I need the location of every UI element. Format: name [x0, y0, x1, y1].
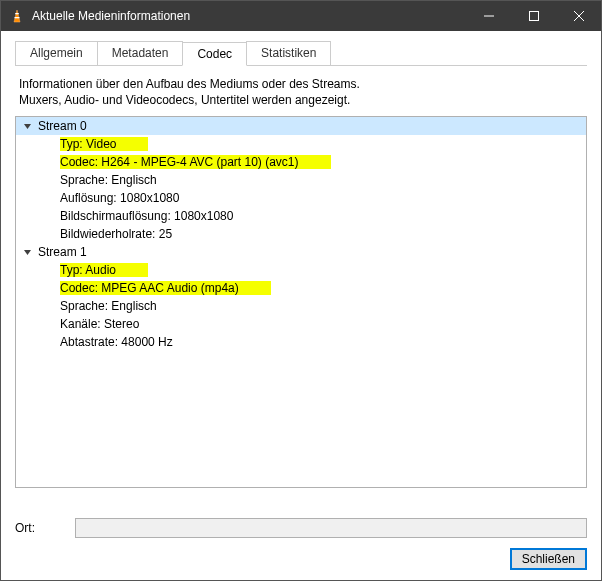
tab-separator: [15, 65, 587, 66]
stream-1-kanaele: Kanäle: Stereo: [16, 315, 586, 333]
window-controls: [466, 1, 601, 31]
stream-1-header[interactable]: Stream 1: [16, 243, 586, 261]
tab-statistics[interactable]: Statistiken: [246, 41, 331, 65]
stream-0-aufloesung: Auflösung: 1080x1080: [16, 189, 586, 207]
location-row: Ort:: [15, 518, 587, 538]
dialog-content: Allgemein Metadaten Codec Statistiken In…: [1, 31, 601, 496]
stream-0-header[interactable]: Stream 0: [16, 117, 586, 135]
location-label: Ort:: [15, 521, 75, 535]
codec-tree[interactable]: Stream 0 Typ: Video Codec: H264 - MPEG-4…: [15, 116, 587, 488]
stream-0-rate: Bildwiederholrate: 25: [16, 225, 586, 243]
svg-marker-0: [14, 10, 20, 22]
description-text: Informationen über den Aufbau des Medium…: [15, 66, 587, 116]
stream-0-label: Stream 0: [36, 119, 87, 133]
stream-1-abtast: Abtastrate: 48000 Hz: [16, 333, 586, 351]
titlebar: Aktuelle Medieninformationen: [1, 1, 601, 31]
close-window-button[interactable]: [556, 1, 601, 31]
svg-rect-1: [15, 13, 19, 14]
stream-1-codec: Codec: MPEG AAC Audio (mp4a): [16, 279, 586, 297]
stream-0-sprache: Sprache: Englisch: [16, 171, 586, 189]
tab-codec[interactable]: Codec: [182, 42, 247, 66]
dialog-bottom: Ort: Schließen: [1, 496, 601, 570]
button-row: Schließen: [15, 548, 587, 570]
minimize-button[interactable]: [466, 1, 511, 31]
stream-1-label: Stream 1: [36, 245, 87, 259]
description-line-2: Muxers, Audio- und Videocodecs, Untertit…: [19, 92, 583, 108]
chevron-down-icon[interactable]: [20, 248, 34, 257]
svg-rect-4: [529, 12, 538, 21]
stream-1-sprache: Sprache: Englisch: [16, 297, 586, 315]
stream-1-typ: Typ: Audio: [16, 261, 586, 279]
tab-metadata[interactable]: Metadaten: [97, 41, 184, 65]
stream-0-bildschirm: Bildschirmauflösung: 1080x1080: [16, 207, 586, 225]
stream-0-codec: Codec: H264 - MPEG-4 AVC (part 10) (avc1…: [16, 153, 586, 171]
chevron-down-icon[interactable]: [20, 122, 34, 131]
vlc-cone-icon: [9, 8, 25, 24]
window-title: Aktuelle Medieninformationen: [32, 9, 466, 23]
location-input[interactable]: [75, 518, 587, 538]
maximize-button[interactable]: [511, 1, 556, 31]
description-line-1: Informationen über den Aufbau des Medium…: [19, 76, 583, 92]
tab-bar: Allgemein Metadaten Codec Statistiken: [15, 41, 587, 65]
tab-general[interactable]: Allgemein: [15, 41, 98, 65]
stream-0-typ: Typ: Video: [16, 135, 586, 153]
close-button[interactable]: Schließen: [510, 548, 587, 570]
svg-rect-2: [15, 17, 20, 18]
